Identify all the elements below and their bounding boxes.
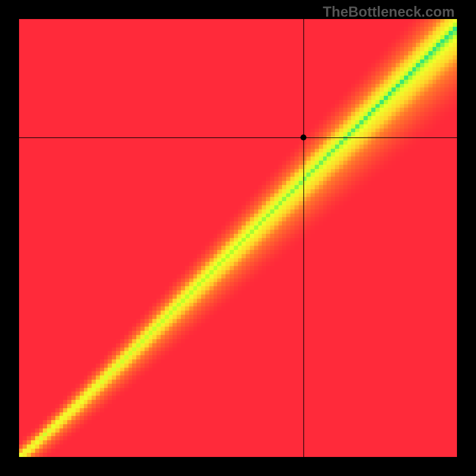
attribution-text: TheBottleneck.com	[323, 4, 455, 20]
plot-area	[19, 19, 457, 457]
chart-container: TheBottleneck.com	[0, 0, 476, 476]
heatmap-canvas	[19, 19, 457, 457]
